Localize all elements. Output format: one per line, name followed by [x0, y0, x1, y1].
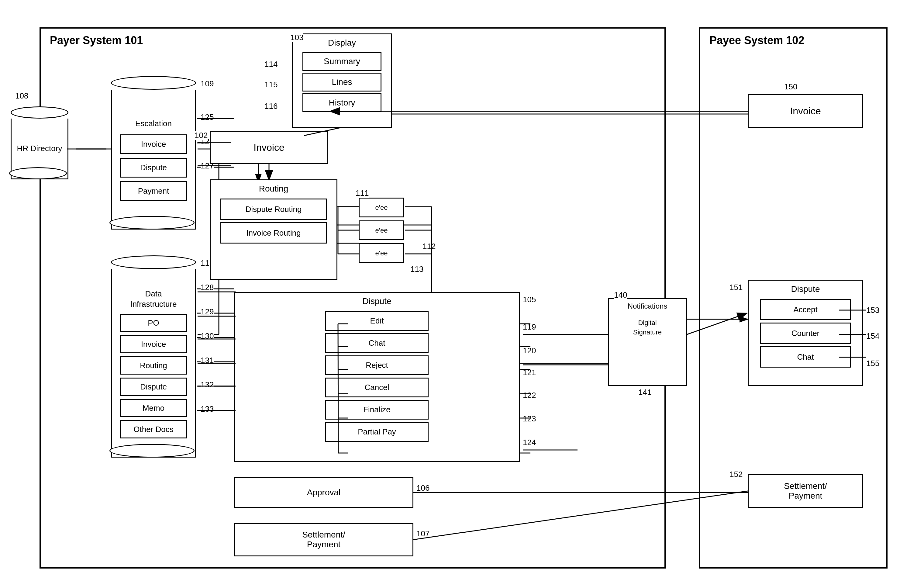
- data-infra-invoice-box: Invoice: [120, 335, 187, 353]
- label-151: 151: [729, 283, 743, 292]
- eee-box-3: e'ee: [358, 243, 404, 263]
- label-125: 125: [200, 112, 214, 122]
- chat-payee-box: Chat: [760, 346, 851, 368]
- reject-box: Reject: [325, 355, 428, 375]
- payee-system-label: Payee System 102: [709, 34, 804, 47]
- invoice-payee-box: Invoice: [748, 94, 863, 128]
- label-133: 133: [200, 404, 214, 414]
- label-124: 124: [523, 438, 536, 447]
- data-infra-memo-box: Memo: [120, 399, 187, 417]
- label-131: 131: [200, 356, 214, 365]
- display-group: Display Summary Lines History: [292, 33, 392, 128]
- label-121: 121: [523, 368, 536, 377]
- history-box: History: [303, 93, 382, 112]
- eee-box-2: e'ee: [358, 220, 404, 240]
- edit-box: Edit: [325, 311, 428, 331]
- partial-pay-box: Partial Pay: [325, 422, 428, 442]
- label-115: 115: [264, 80, 278, 89]
- label-114: 114: [264, 60, 278, 69]
- escalation-cylinder: Escalation Invoice Dispute Payment: [109, 76, 197, 230]
- label-105: 105: [523, 295, 536, 304]
- label-152: 152: [729, 470, 743, 479]
- dispute-routing-box: Dispute Routing: [220, 199, 327, 220]
- label-123: 123: [523, 414, 536, 424]
- hr-directory-cylinder: HR Directory: [9, 106, 70, 179]
- dispute-group-box: Dispute Edit Chat Reject Cancel Finalize…: [234, 292, 520, 462]
- invoice-routing-box: Invoice Routing: [220, 222, 327, 244]
- escalation-title: Escalation: [135, 119, 172, 128]
- digital-sig-label: DigitalSignature: [609, 318, 686, 337]
- hr-directory-label: HR Directory: [17, 144, 62, 154]
- finalize-box: Finalize: [325, 400, 428, 420]
- counter-box: Counter: [760, 323, 851, 344]
- label-109: 109: [200, 79, 214, 88]
- routing-label: Routing: [211, 180, 337, 196]
- label-132: 132: [200, 380, 214, 389]
- label-102-top: 102: [194, 131, 208, 140]
- eee-box-1: e'ee: [358, 198, 404, 217]
- settlement-payer-box: Settlement/Payment: [234, 523, 413, 556]
- data-infra-dispute-box: Dispute: [120, 378, 187, 396]
- label-150: 150: [784, 82, 797, 92]
- label-113: 113: [410, 265, 424, 274]
- label-155: 155: [866, 359, 879, 368]
- escalation-payment-box: Payment: [120, 181, 187, 201]
- settlement-payee-box: Settlement/Payment: [748, 474, 863, 508]
- data-infra-cylinder: DataInfrastructure PO Invoice Routing Di…: [109, 255, 197, 458]
- label-141: 141: [638, 388, 652, 397]
- label-106: 106: [416, 483, 430, 493]
- routing-group: Routing Dispute Routing Invoice Routing: [210, 179, 337, 280]
- chat-payer-box: Chat: [325, 333, 428, 353]
- escalation-dispute-box: Dispute: [120, 158, 187, 178]
- lines-box: Lines: [303, 73, 382, 92]
- label-130: 130: [200, 331, 214, 341]
- notifications-label: Notifications: [609, 299, 686, 312]
- summary-box: Summary: [303, 52, 382, 71]
- label-154: 154: [866, 331, 879, 341]
- escalation-invoice-box: Invoice: [120, 134, 187, 154]
- approval-box: Approval: [234, 477, 413, 508]
- data-infra-po-box: PO: [120, 314, 187, 332]
- accept-box: Accept: [760, 299, 851, 320]
- label-112: 112: [422, 242, 436, 251]
- label-129: 129: [200, 307, 214, 316]
- notifications-box: Notifications DigitalSignature: [608, 298, 687, 386]
- data-infra-title: DataInfrastructure: [130, 289, 177, 310]
- label-120: 120: [523, 346, 536, 355]
- label-128: 128: [200, 283, 214, 292]
- payee-dispute-label: Dispute: [749, 281, 862, 296]
- label-140: 140: [614, 290, 627, 300]
- label-111: 111: [355, 189, 369, 198]
- payer-system-label: Payer System 101: [50, 34, 143, 47]
- label-153: 153: [866, 306, 879, 315]
- label-122: 122: [523, 391, 536, 400]
- label-116: 116: [264, 102, 278, 111]
- display-label: Display: [293, 34, 391, 50]
- data-infra-routing-box: Routing: [120, 356, 187, 375]
- label-119: 119: [523, 322, 536, 332]
- data-infra-otherdocs-box: Other Docs: [120, 420, 187, 438]
- cancel-box: Cancel: [325, 378, 428, 397]
- label-103: 103: [290, 33, 303, 42]
- invoice-payer-box: Invoice: [210, 131, 328, 164]
- dispute-group-label: Dispute: [235, 293, 519, 309]
- label-107: 107: [416, 529, 430, 538]
- label-108: 108: [15, 91, 28, 101]
- payee-dispute-group: Dispute Accept Counter Chat: [748, 280, 863, 386]
